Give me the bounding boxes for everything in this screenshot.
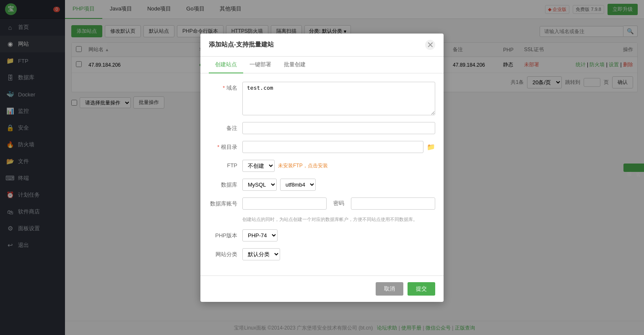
cancel-button[interactable]: 取消 [376, 282, 403, 296]
root-inline: /www/wwwroot/test.com 📁 [242, 141, 435, 153]
db-account-inline: test_com 密码 X6BXhpDK2HKra4b3 [242, 197, 435, 210]
domain-input[interactable]: test.com [242, 82, 435, 115]
modal-header: 添加站点-支持批量建站 ✕ [200, 34, 444, 57]
modal-footer: 取消 提交 [200, 275, 444, 302]
root-row: 根目录 /www/wwwroot/test.com 📁 [209, 141, 435, 153]
db-type-select[interactable]: MySQL [242, 179, 277, 191]
ftp-row: FTP 不创建 未安装FTP，点击安装 [209, 160, 435, 172]
folder-icon[interactable]: 📁 [427, 143, 435, 151]
db-charset-select[interactable]: utf8mb4 [280, 179, 316, 191]
category-row: 网站分类 默认分类 [209, 248, 435, 260]
ftp-label: FTP [209, 160, 242, 169]
db-account-input[interactable]: test_com [242, 197, 327, 210]
modal-close-button[interactable]: ✕ [425, 40, 435, 50]
domain-label: 域名 [209, 82, 242, 92]
domain-row: 域名 test.com [209, 82, 435, 115]
category-select[interactable]: 默认分类 [242, 248, 280, 260]
modal-tabs: 创建站点 一键部署 批量创建 [200, 57, 444, 73]
modal-title: 添加站点-支持批量建站 [209, 41, 274, 49]
database-row: 数据库 MySQL utf8mb4 [209, 179, 435, 191]
database-inline: MySQL utf8mb4 [242, 179, 435, 191]
ftp-warning[interactable]: 未安装FTP，点击安装 [278, 162, 328, 169]
db-password-input[interactable]: X6BXhpDK2HKra4b3 [351, 197, 435, 210]
db-account-label: 数据库账号 [209, 197, 242, 208]
db-account-row: 数据库账号 test_com 密码 X6BXhpDK2HKra4b3 [209, 197, 435, 210]
tab-create-site[interactable]: 创建站点 [209, 57, 243, 73]
database-label: 数据库 [209, 179, 242, 189]
tab-one-click-deploy[interactable]: 一键部署 [243, 57, 278, 73]
ftp-inline: 不创建 未安装FTP，点击安装 [242, 160, 435, 172]
submit-button[interactable]: 提交 [408, 282, 435, 296]
remark-row: 备注 test.com [209, 122, 435, 134]
modal-body: 域名 test.com 备注 test.com 根目录 /www/wwwroot… [200, 73, 444, 275]
tab-batch-create[interactable]: 批量创建 [278, 57, 312, 73]
category-label: 网站分类 [209, 248, 242, 258]
add-site-modal: 添加站点-支持批量建站 ✕ 创建站点 一键部署 批量创建 域名 test.com… [200, 34, 444, 302]
remark-label: 备注 [209, 122, 242, 132]
db-hint: 创建站点的同时，为站点创建一个对应的数据库帐户，方便不同站点使用不同数据库。 [242, 216, 435, 223]
ftp-select[interactable]: 不创建 [242, 160, 275, 172]
php-version-select[interactable]: PHP-74 [242, 229, 278, 242]
db-password-label: 密码 [330, 200, 348, 207]
root-input[interactable]: /www/wwwroot/test.com [242, 141, 423, 153]
php-label: PHP版本 [209, 229, 242, 239]
remark-input[interactable]: test.com [242, 122, 435, 134]
php-row: PHP版本 PHP-74 [209, 229, 435, 242]
root-label: 根目录 [209, 141, 242, 151]
modal-overlay: 添加站点-支持批量建站 ✕ 创建站点 一键部署 批量创建 域名 test.com… [0, 0, 644, 335]
